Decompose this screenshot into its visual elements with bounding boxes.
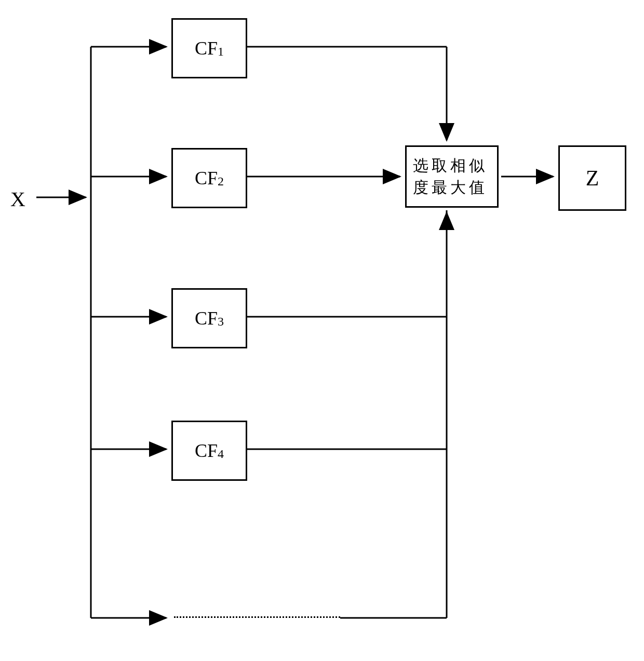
cf4-subscript: 4 bbox=[218, 447, 224, 461]
cf4-box: CF4 bbox=[171, 421, 247, 481]
output-box: Z bbox=[558, 145, 626, 211]
cf2-box: CF2 bbox=[171, 148, 247, 208]
cf1-box: CF1 bbox=[171, 18, 247, 78]
selector-box: 选取相似 度最大值 bbox=[405, 145, 499, 208]
cf3-box: CF3 bbox=[171, 288, 247, 348]
cf2-subscript: 2 bbox=[218, 174, 224, 188]
selector-line2: 度最大值 bbox=[413, 177, 488, 198]
cf3-prefix: CF bbox=[195, 307, 218, 329]
cf1-prefix: CF bbox=[195, 37, 218, 59]
cf2-prefix: CF bbox=[195, 167, 218, 189]
output-label: Z bbox=[586, 166, 599, 191]
cf3-subscript: 3 bbox=[218, 315, 224, 329]
diagram-connectors bbox=[0, 0, 644, 661]
cf1-subscript: 1 bbox=[218, 45, 224, 59]
input-label: X bbox=[10, 187, 25, 211]
dotted-continuation bbox=[174, 616, 340, 618]
selector-line1: 选取相似 bbox=[413, 155, 488, 177]
cf4-prefix: CF bbox=[195, 440, 218, 462]
